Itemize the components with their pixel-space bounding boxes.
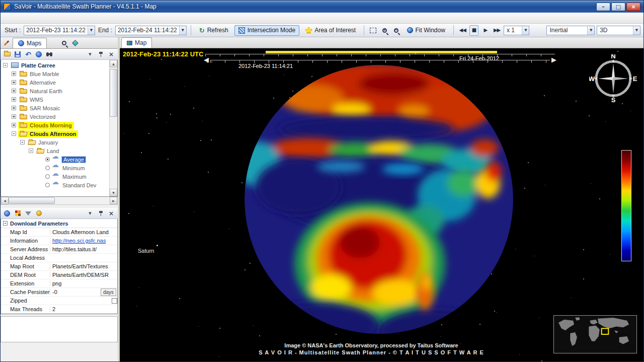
scroll-down-icon[interactable]: ▼ <box>110 189 117 196</box>
tree-vertical-scrollbar[interactable]: ▲ ▼ <box>109 60 117 196</box>
tree-expander[interactable]: + <box>12 89 16 93</box>
refresh-button[interactable]: ↻ Refresh <box>195 25 232 36</box>
param-row-map-root[interactable]: Map Root Planets/Earth/Textures <box>1 262 117 271</box>
download-parameters-header[interactable]: Download Parameters <box>1 219 117 228</box>
param-row-dem-root[interactable]: DEM Root Planets/Earth/DEM/SR <box>1 271 117 279</box>
play-button[interactable]: ▶ <box>480 25 490 36</box>
rewind-button[interactable]: ◀◀ <box>458 25 467 36</box>
timeline-left-arrow[interactable]: ◀ <box>204 56 209 63</box>
tree-expander[interactable]: - <box>20 140 25 144</box>
fit-window-button[interactable]: Fit Window <box>403 25 449 36</box>
menu-item[interactable] <box>65 17 74 20</box>
intersection-mode-button[interactable]: Intersection Mode <box>234 25 299 36</box>
tab-maps[interactable]: Maps <box>13 38 47 48</box>
zoom-in-button[interactable] <box>380 25 389 36</box>
pin-panel-button[interactable] <box>96 49 106 59</box>
save-icon[interactable] <box>13 49 23 59</box>
param-row-cache-persistency[interactable]: Cache Persistency -0 days <box>1 288 117 297</box>
overview-minimap[interactable] <box>553 315 637 353</box>
tree-item-alternative[interactable]: + Alternative <box>1 78 109 87</box>
fast-forward-button[interactable]: ▶▶ <box>492 25 502 36</box>
reference-frame-combo[interactable]: Inertial ▼ <box>546 26 595 35</box>
timeline-right-arrow[interactable]: ▶ <box>551 56 556 63</box>
tree-expander[interactable]: - <box>29 149 33 153</box>
tree-item-wms[interactable]: + WMS <box>1 95 109 104</box>
tree-expander[interactable]: - <box>12 131 16 136</box>
edit-maps-button[interactable] <box>2 38 12 48</box>
radio-button[interactable] <box>45 174 50 179</box>
menu-item[interactable] <box>47 17 56 20</box>
minimize-button[interactable]: – <box>596 3 610 11</box>
tree-expander[interactable]: + <box>12 71 16 76</box>
select-region-button[interactable] <box>368 25 378 36</box>
param-value[interactable]: http://neo.sci.gsfc.nas <box>50 238 117 244</box>
planet-icon[interactable] <box>34 208 44 218</box>
collapse-icon[interactable] <box>3 221 8 226</box>
menu-item[interactable] <box>56 17 65 20</box>
pin-panel-button[interactable] <box>96 208 106 218</box>
scroll-thumb[interactable] <box>110 69 117 117</box>
speed-combo[interactable]: x 1 ▼ <box>504 26 529 35</box>
panel-menu-dropdown[interactable]: ▼ <box>85 49 95 59</box>
stop-button[interactable]: ■ <box>469 25 479 36</box>
close-button[interactable]: × <box>626 3 640 11</box>
menu-item[interactable] <box>11 17 20 20</box>
scroll-right-icon[interactable]: ▶ <box>110 197 117 204</box>
radio-button[interactable] <box>45 157 50 162</box>
tab-map[interactable]: Map <box>121 37 152 48</box>
start-dropdown-icon[interactable]: ▼ <box>88 26 95 35</box>
tree-expander[interactable]: + <box>12 106 16 110</box>
panel-menu-dropdown[interactable]: ▼ <box>85 208 95 218</box>
search-maps-button[interactable] <box>59 38 69 48</box>
map-canvas[interactable]: 2012-Feb-23 11:14:22 UTC ◀ ▶ 2012-Feb-23… <box>120 48 643 361</box>
timeline-range-bar[interactable] <box>266 51 497 53</box>
globe-search-icon[interactable] <box>2 208 12 218</box>
zipped-checkbox[interactable] <box>112 298 117 304</box>
param-row-zipped[interactable]: Zipped <box>1 297 117 305</box>
open-folder-icon[interactable] <box>2 49 12 59</box>
earth-globe[interactable] <box>243 63 515 335</box>
globe-search-icon[interactable] <box>34 49 44 59</box>
layers-button[interactable] <box>70 38 80 48</box>
param-value[interactable]: png <box>50 280 117 286</box>
tree-expander[interactable]: + <box>12 114 16 119</box>
param-row-information[interactable]: Information http://neo.sci.gsfc.nas <box>1 237 117 245</box>
menu-item[interactable] <box>2 17 11 20</box>
radio-button[interactable] <box>45 166 50 170</box>
end-datetime-field[interactable]: 2012-Feb-24 11:14:22 ▼ <box>115 26 187 35</box>
view-dropdown-icon[interactable]: ▼ <box>633 26 640 35</box>
frame-dropdown-icon[interactable]: ▼ <box>587 26 594 35</box>
tile-grid-icon[interactable] <box>13 208 23 218</box>
param-row-map-id[interactable]: Map Id Clouds Afternoon Land <box>1 228 117 237</box>
end-dropdown-icon[interactable]: ▼ <box>179 26 186 35</box>
close-panel-button[interactable]: × <box>106 49 116 59</box>
param-row-max-threads[interactable]: Max Threads 2 <box>1 305 117 314</box>
menu-item[interactable] <box>29 17 38 20</box>
tree-item-clouds-afternoon[interactable]: - Clouds Afternoon <box>1 129 109 138</box>
tree-expander[interactable]: + <box>12 97 16 102</box>
maximize-button[interactable]: □ <box>611 3 625 11</box>
param-row-local-address[interactable]: Local Address <box>1 254 117 262</box>
param-value[interactable]: Planets/Earth/Textures <box>50 263 117 269</box>
param-row-server-address[interactable]: Server Address http://tiles.taitus.it/ <box>1 245 117 254</box>
param-value[interactable]: Planets/Earth/DEM/SR <box>50 272 117 278</box>
scroll-up-icon[interactable]: ▲ <box>110 60 117 67</box>
zoom-out-button[interactable] <box>391 25 401 36</box>
start-datetime-field[interactable]: 2012-Feb-23 11:14:22 ▼ <box>24 26 95 35</box>
param-value[interactable]: 2 <box>50 306 117 312</box>
scroll-left-icon[interactable]: ◀ <box>1 197 9 204</box>
binoculars-icon[interactable] <box>44 49 54 59</box>
menu-item[interactable] <box>20 17 29 20</box>
tree-item-standard-dev[interactable]: Standard Dev <box>1 181 109 189</box>
tree-item-vectorized[interactable]: + Vectorized <box>1 112 109 121</box>
undo-icon[interactable]: ↶ <box>23 49 33 59</box>
tree-item-january[interactable]: - January <box>1 138 109 147</box>
speed-dropdown-icon[interactable]: ▼ <box>522 26 529 35</box>
filter-icon[interactable] <box>23 208 33 218</box>
menu-item[interactable] <box>38 17 47 20</box>
param-value[interactable]: http://tiles.taitus.it/ <box>50 246 117 252</box>
param-row-extension[interactable]: Extension png <box>1 279 117 288</box>
scroll-thumb[interactable] <box>9 197 55 204</box>
param-value[interactable]: Clouds Afternoon Land <box>50 229 117 235</box>
close-panel-button[interactable]: × <box>106 208 116 218</box>
